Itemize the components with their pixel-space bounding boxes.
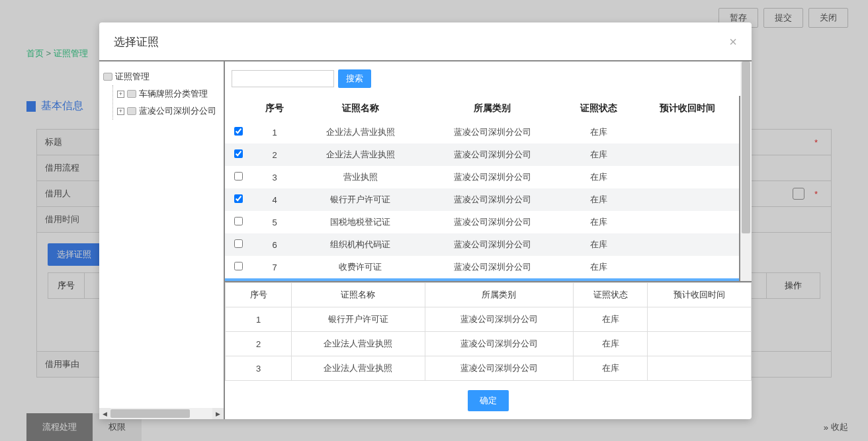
cell-seq: 6 [251, 233, 298, 256]
cell-cat: 蓝凌公司深圳分公司 [423, 233, 562, 256]
confirm-button[interactable]: 确定 [468, 390, 509, 411]
row-checkbox[interactable] [234, 217, 243, 225]
cell-name: 企业法人营业执照 [298, 143, 423, 166]
cell-seq: 1 [226, 307, 292, 332]
cell-cat: 蓝凌公司深圳分公司 [423, 256, 562, 278]
cell-name: 银行开户许可证 [298, 188, 423, 211]
cell-status: 在库 [562, 166, 636, 188]
search-input[interactable] [232, 70, 334, 87]
cell-name: 企业法人营业执照 [292, 332, 425, 356]
cell-time [648, 332, 752, 356]
table-row[interactable]: 2企业法人营业执照蓝凌公司深圳分公司在库 [225, 143, 739, 166]
cell-time [635, 211, 739, 233]
col-name: 证照名称 [298, 96, 423, 121]
col-seq: 序号 [226, 283, 292, 307]
cell-seq: 2 [251, 143, 298, 166]
folder-icon [127, 107, 136, 115]
cell-time [635, 233, 739, 256]
cell-status: 在库 [573, 332, 647, 356]
cell-name: 收费许可证 [298, 256, 423, 278]
available-certs-table: 序号 证照名称 所属类别 证照状态 预计收回时间 1企业法人营业执照蓝凌公司深圳… [225, 96, 739, 281]
cell-seq: 3 [251, 166, 298, 188]
folder-icon [127, 90, 136, 98]
table-row[interactable]: 3营业执照蓝凌公司深圳分公司在库 [225, 166, 739, 188]
tree-root[interactable]: 证照管理 [103, 68, 220, 85]
cell-seq: 5 [251, 211, 298, 233]
col-cat: 所属类别 [425, 283, 573, 307]
cell-name: 企业法人营业执照 [292, 356, 425, 381]
cell-cat: 蓝凌公司深圳分公司 [423, 211, 562, 233]
scrollbar-thumb[interactable] [742, 61, 750, 233]
scrollbar-thumb[interactable] [110, 409, 190, 418]
row-checkbox[interactable] [234, 262, 243, 270]
cell-cat: 蓝凌公司深圳分公司 [425, 332, 573, 356]
col-name: 证照名称 [292, 283, 425, 307]
cell-cat: 蓝凌公司深圳分公司 [425, 356, 573, 381]
row-checkbox[interactable] [234, 172, 243, 180]
cell-seq: 2 [226, 332, 292, 356]
expand-icon[interactable]: + [117, 108, 124, 115]
scroll-left-icon[interactable]: ◀ [99, 408, 110, 419]
cell-name: 营业执照 [298, 166, 423, 188]
col-return-time: 预计收回时间 [648, 283, 752, 307]
col-cat: 所属类别 [423, 96, 562, 121]
right-panel: 搜索 序号 证照名称 所属类别 证照状态 预计收 [225, 61, 752, 419]
cell-status: 在库 [562, 233, 636, 256]
cell-seq: 7 [251, 256, 298, 278]
table-row[interactable]: 7收费许可证蓝凌公司深圳分公司在库 [225, 256, 739, 278]
table-row[interactable]: 5国税地税登记证蓝凌公司深圳分公司在库 [225, 211, 739, 233]
cell-seq: 1 [251, 121, 298, 143]
cell-status: 在库 [562, 143, 636, 166]
tree-panel: 证照管理 + 车辆牌照分类管理 + 蓝凌公司深圳分公司 ◀ ▶ [99, 61, 225, 419]
folder-icon [103, 73, 112, 81]
cell-name: 企业法人营业执照 [298, 121, 423, 143]
cell-cat: 蓝凌公司深圳分公司 [423, 143, 562, 166]
cell-status: 在库 [573, 307, 647, 332]
search-button[interactable]: 搜索 [338, 69, 371, 88]
table-row[interactable]: 2企业法人营业执照蓝凌公司深圳分公司在库 [226, 332, 752, 356]
cell-name: 国税地税登记证 [298, 211, 423, 233]
table-row[interactable]: 4银行开户许可证蓝凌公司深圳分公司在库 [225, 188, 739, 211]
cell-cat: 蓝凌公司深圳分公司 [423, 188, 562, 211]
cell-seq: 4 [251, 188, 298, 211]
horizontal-scrollbar[interactable]: ◀ ▶ [99, 408, 224, 419]
row-checkbox[interactable] [234, 239, 243, 248]
cell-cat: 蓝凌公司深圳分公司 [423, 121, 562, 143]
cell-name: 银行开户许可证 [292, 307, 425, 332]
cell-name: 组织机构代码证 [298, 233, 423, 256]
selected-certs-table: 序号 证照名称 所属类别 证照状态 预计收回时间 1银行开户许可证蓝凌公司深圳分… [225, 282, 752, 381]
close-icon[interactable]: × [729, 34, 737, 50]
table-row[interactable]: 1企业法人营业执照蓝凌公司深圳分公司在库 [225, 121, 739, 143]
col-seq: 序号 [251, 96, 298, 121]
cell-time [635, 121, 739, 143]
expand-icon[interactable]: + [117, 91, 124, 98]
row-checkbox[interactable] [234, 194, 243, 203]
tree-item[interactable]: + 蓝凌公司深圳分公司 [117, 102, 220, 120]
modal-title: 选择证照 [114, 34, 159, 50]
cell-time [648, 307, 752, 332]
cell-status: 在库 [562, 121, 636, 143]
cell-time [635, 256, 739, 278]
cell-seq: 3 [226, 356, 292, 381]
cell-time [635, 166, 739, 188]
table-row[interactable]: 6组织机构代码证蓝凌公司深圳分公司在库 [225, 233, 739, 256]
cell-status: 在库 [562, 188, 636, 211]
cell-cat: 蓝凌公司深圳分公司 [425, 307, 573, 332]
col-return-time: 预计收回时间 [635, 96, 739, 121]
vertical-scrollbar[interactable] [740, 61, 752, 281]
row-checkbox[interactable] [234, 149, 243, 158]
table-row[interactable]: 3企业法人营业执照蓝凌公司深圳分公司在库 [226, 356, 752, 381]
cell-time [635, 188, 739, 211]
cell-status: 在库 [562, 211, 636, 233]
table-row[interactable]: 1银行开户许可证蓝凌公司深圳分公司在库 [226, 307, 752, 332]
select-cert-modal: 选择证照 × 证照管理 + 车辆牌照分类管理 + 蓝凌公司深圳分公司 [99, 22, 752, 419]
cell-time [648, 356, 752, 381]
col-status: 证照状态 [573, 283, 647, 307]
scroll-right-icon[interactable]: ▶ [212, 408, 224, 419]
col-status: 证照状态 [562, 96, 636, 121]
cell-status: 在库 [573, 356, 647, 381]
tree-item[interactable]: + 车辆牌照分类管理 [117, 85, 220, 102]
row-checkbox[interactable] [234, 127, 243, 136]
cell-cat: 蓝凌公司深圳分公司 [423, 166, 562, 188]
cell-time [635, 143, 739, 166]
